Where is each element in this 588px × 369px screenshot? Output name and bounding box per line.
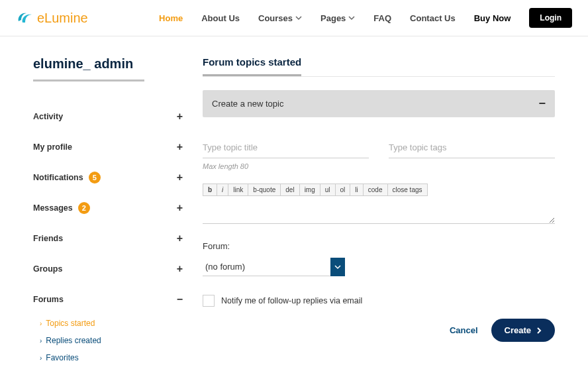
- chevron-right-icon: ›: [40, 337, 42, 344]
- chevron-down-icon: [295, 15, 302, 21]
- subitem-label: Topics started: [46, 319, 95, 328]
- content-area: Forum topics started Create a new topic …: [203, 56, 555, 369]
- expand-icon: +: [177, 111, 183, 123]
- nav-contact[interactable]: Contact Us: [410, 13, 456, 23]
- toolbar-link[interactable]: link: [228, 184, 248, 195]
- create-topic-accordion[interactable]: Create a new topic −: [203, 90, 555, 117]
- subitem-favorites[interactable]: › Favorites: [40, 349, 183, 366]
- nav-courses-label: Courses: [258, 13, 293, 23]
- section-header: Forum topics started: [203, 56, 555, 77]
- sidebar: elumine_ admin Activity + My profile + N…: [33, 56, 183, 369]
- forum-select-label: Forum:: [203, 241, 555, 251]
- chevron-right-icon: ›: [40, 354, 42, 362]
- chevron-down-icon: [334, 264, 341, 270]
- nav-courses[interactable]: Courses: [258, 13, 302, 23]
- chevron-right-icon: ›: [40, 320, 42, 327]
- sidebar-item-groups[interactable]: Groups +: [33, 254, 183, 284]
- messages-badge: 2: [78, 202, 90, 214]
- sidebar-item-label: Forums: [33, 295, 64, 304]
- form-actions: Cancel Create: [203, 319, 555, 342]
- cancel-link[interactable]: Cancel: [450, 325, 478, 335]
- login-button[interactable]: Login: [529, 8, 572, 28]
- messages-label: Messages: [33, 203, 73, 213]
- sidebar-item-label: Activity: [33, 112, 63, 121]
- logo[interactable]: eLumine: [16, 11, 88, 26]
- subitem-label: Favorites: [46, 353, 78, 362]
- section-title: Forum topics started: [203, 56, 301, 76]
- topic-body-textarea[interactable]: [203, 197, 555, 224]
- expand-icon: +: [177, 172, 183, 184]
- sidebar-item-label: Messages 2: [33, 202, 90, 214]
- toolbar-ol[interactable]: ol: [336, 184, 351, 195]
- forum-selected-value: (no forum): [203, 258, 330, 276]
- subitem-replies-created[interactable]: › Replies created: [40, 332, 183, 349]
- minus-icon: −: [538, 97, 546, 111]
- logo-text: eLumine: [37, 11, 88, 26]
- sidebar-item-profile[interactable]: My profile +: [33, 132, 183, 162]
- sidebar-item-messages[interactable]: Messages 2 +: [33, 193, 183, 223]
- topic-tags-input[interactable]: [389, 137, 555, 158]
- nav-pages-label: Pages: [320, 13, 346, 23]
- notify-label: Notify me of follow-up replies via email: [221, 296, 362, 305]
- subitem-label: Replies created: [46, 336, 101, 345]
- expand-icon: +: [177, 141, 183, 153]
- sidebar-item-friends[interactable]: Friends +: [33, 223, 183, 254]
- title-hint: Max length 80: [203, 162, 555, 170]
- topic-title-input[interactable]: [203, 137, 369, 158]
- main-content: elumine_ admin Activity + My profile + N…: [0, 36, 588, 369]
- chevron-down-icon: [348, 15, 355, 21]
- notifications-badge: 5: [89, 172, 101, 184]
- toolbar-del[interactable]: del: [281, 184, 299, 195]
- toolbar-bold[interactable]: b: [203, 184, 217, 195]
- subitem-subscriptions[interactable]: › Subscriptions: [40, 366, 183, 369]
- toolbar-img[interactable]: img: [300, 184, 320, 195]
- subitem-topics-started[interactable]: › Topics started: [40, 315, 183, 332]
- sidebar-item-forums[interactable]: Forums −: [33, 284, 183, 315]
- logo-icon: [16, 11, 34, 25]
- username-title: elumine_ admin: [33, 56, 144, 81]
- nav-buy[interactable]: Buy Now: [474, 13, 511, 23]
- forum-select-button[interactable]: [330, 258, 345, 276]
- notifications-label: Notifications: [33, 173, 83, 182]
- nav-faq[interactable]: FAQ: [373, 13, 391, 23]
- expand-icon: +: [177, 233, 183, 244]
- notify-row: Notify me of follow-up replies via email: [203, 295, 555, 307]
- nav-pages[interactable]: Pages: [320, 13, 355, 23]
- create-button-label: Create: [505, 325, 531, 335]
- top-bar: eLumine Home About Us Courses Pages FAQ …: [0, 0, 588, 36]
- expand-icon: +: [177, 263, 183, 275]
- sidebar-item-activity[interactable]: Activity +: [33, 101, 183, 132]
- nav-about[interactable]: About Us: [201, 13, 240, 23]
- toolbar-li[interactable]: li: [350, 184, 363, 195]
- title-tags-row: [203, 137, 555, 158]
- toolbar-code[interactable]: code: [364, 184, 388, 195]
- sidebar-item-label: Notifications 5: [33, 172, 101, 184]
- sidebar-item-label: My profile: [33, 142, 72, 152]
- chevron-right-icon: [536, 327, 542, 334]
- editor-toolbar: b i link b-quote del img ul ol li code c…: [203, 184, 428, 196]
- toolbar-closetags[interactable]: close tags: [388, 184, 427, 195]
- toolbar-italic[interactable]: i: [217, 184, 228, 195]
- notify-checkbox[interactable]: [203, 295, 215, 307]
- toolbar-ul[interactable]: ul: [320, 184, 336, 195]
- forums-subitems: › Topics started › Replies created › Fav…: [33, 315, 183, 369]
- sidebar-item-notifications[interactable]: Notifications 5 +: [33, 162, 183, 193]
- sidebar-item-label: Friends: [33, 234, 63, 243]
- toolbar-bquote[interactable]: b-quote: [248, 184, 281, 195]
- collapse-icon: −: [177, 293, 183, 305]
- main-nav: Home About Us Courses Pages FAQ Contact …: [159, 8, 572, 28]
- create-button[interactable]: Create: [491, 319, 555, 342]
- forum-select[interactable]: (no forum): [203, 258, 345, 276]
- sidebar-item-label: Groups: [33, 264, 62, 274]
- nav-home[interactable]: Home: [159, 13, 183, 23]
- accordion-label: Create a new topic: [212, 99, 283, 109]
- expand-icon: +: [177, 202, 183, 214]
